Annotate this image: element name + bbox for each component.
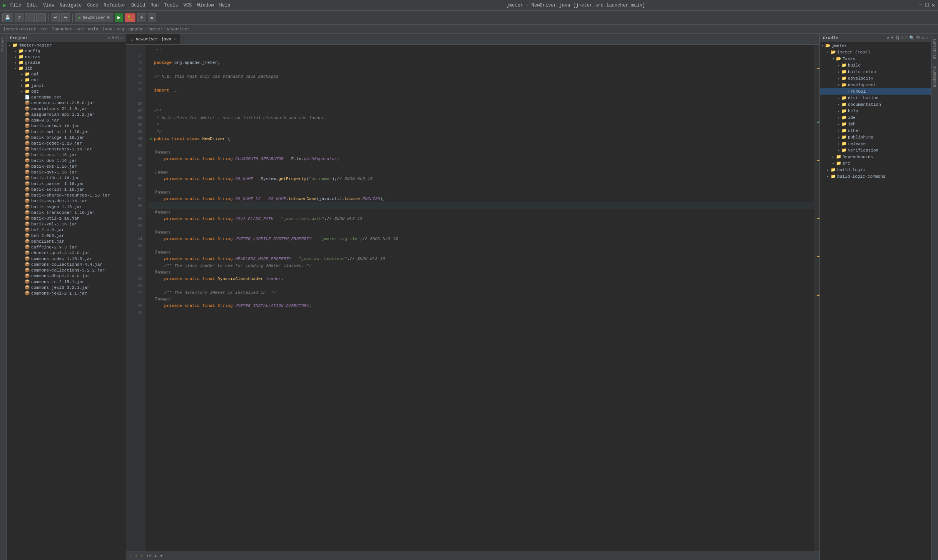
- run-btn[interactable]: ▶: [115, 13, 123, 22]
- tree-item-batik-svg-dom-1.16.jar[interactable]: 📦batik-svg-dom-1.16.jar: [7, 198, 126, 204]
- up-arrow-btn[interactable]: ▲: [154, 554, 157, 558]
- gradle-arrow-development[interactable]: ▾: [836, 83, 841, 87]
- sync-btn[interactable]: ↺: [15, 13, 23, 22]
- tree-item-accessors-smart-2.5.0.jar[interactable]: 📦accessors-smart-2.5.0.jar: [7, 100, 126, 106]
- tree-item-commons-io-2.15.1.jar[interactable]: 📦commons-io-2.15.1.jar: [7, 279, 126, 285]
- gradle-tree[interactable]: ▾📂jmeter▾📂jmeter (root)▾📂Tasks▸📁build▸📁b…: [820, 42, 931, 560]
- gradle-arrow-help[interactable]: ▸: [836, 109, 841, 113]
- debug-btn[interactable]: 🐛: [125, 13, 135, 22]
- tree-item-batik-anim-1.16.jar[interactable]: 📦batik-anim-1.16.jar: [7, 123, 126, 129]
- tree-item-commons-collections4-4.4.jar[interactable]: 📦commons-collections4-4.4.jar: [7, 262, 126, 267]
- window-controls[interactable]: ─ □ ✕: [919, 2, 935, 8]
- tree-arrow-junit[interactable]: ▸: [19, 83, 25, 88]
- minimize-btn[interactable]: ─: [919, 2, 922, 8]
- tree-item-commons-dbcp2-2.9.0.jar[interactable]: 📦commons-dbcp2-2.9.0.jar: [7, 273, 126, 279]
- tree-item-batik-codec-1.16.jar[interactable]: 📦batik-codec-1.16.jar: [7, 140, 126, 146]
- gradle-add-icon[interactable]: +: [891, 35, 894, 40]
- tree-arrow-gradle[interactable]: ▸: [13, 60, 18, 65]
- gradle-arrow-verification[interactable]: ▸: [836, 148, 841, 153]
- gradle-arrow-dependencies[interactable]: ▸: [831, 155, 836, 159]
- tree-item-checker-qual-3.42.0.jar[interactable]: 📦checker-qual-3.42.0.jar: [7, 250, 126, 256]
- menu-item-code[interactable]: Code: [85, 2, 100, 9]
- menu-item-view[interactable]: View: [41, 2, 57, 9]
- gradle-item-runGui[interactable]: ⚡runGui: [820, 88, 931, 95]
- gradle-arrow-build-setup[interactable]: ▸: [836, 70, 841, 74]
- menu-item-edit[interactable]: Edit: [24, 2, 40, 9]
- breadcrumb-item-0[interactable]: jmeter-master: [3, 27, 36, 32]
- tab-close-btn[interactable]: ✕: [174, 37, 176, 42]
- gradle-item-build-logic[interactable]: ▸📁build-logic: [820, 167, 931, 173]
- gradle-arrow-ide[interactable]: ▸: [836, 115, 841, 120]
- gradle-item-ide[interactable]: ▸📁ide: [820, 114, 931, 121]
- tree-item-aareadme.txt[interactable]: 📄aareadme.txt: [7, 94, 126, 100]
- tree-item-jmeter-master[interactable]: ▾📁jmeter-master: [7, 42, 126, 48]
- project-panel-icons[interactable]: ⚙ ≡ ⊟ ⋯: [108, 35, 123, 40]
- gradle-arrow-build-logic[interactable]: ▸: [825, 168, 831, 172]
- menu-item-tools[interactable]: Tools: [162, 2, 181, 9]
- gradle-arrow-build-logic-commons[interactable]: ▸: [825, 174, 831, 179]
- tree-item-caffeine-2.9.3.jar[interactable]: 📦caffeine-2.9.3.jar: [7, 244, 126, 250]
- tree-item-commons-jexl3-3.2.1.jar[interactable]: 📦commons-jexl3-3.2.1.jar: [7, 285, 126, 290]
- tree-item-opt[interactable]: ▸📁opt: [7, 88, 126, 94]
- tree-item-commons-jexl-2.1.1.jar[interactable]: 📦commons-jexl-2.1.1.jar: [7, 290, 126, 296]
- gradle-item-build-logic-commons[interactable]: ▸📁build-logic-commons: [820, 173, 931, 180]
- gradle-arrow-documentation[interactable]: ▸: [836, 102, 841, 107]
- stop-btn[interactable]: ■: [148, 13, 156, 22]
- gradle-item-src[interactable]: ▸📁src: [820, 160, 931, 167]
- run-config-dropdown[interactable]: ▶ NewDriver ▼: [75, 13, 113, 22]
- gradle-arrow-tasks[interactable]: ▾: [831, 57, 836, 61]
- code-content[interactable]: ...package org.apache.jmeter;// N.B. thi…: [145, 45, 814, 552]
- menu-item-vcs[interactable]: VCS: [181, 2, 194, 9]
- back-btn[interactable]: ←: [25, 13, 35, 22]
- tree-item-bshclient.jar[interactable]: 📦bshclient.jar: [7, 238, 126, 244]
- gradle-arrow-jmh[interactable]: ▸: [836, 122, 841, 127]
- gradle-item-develocity[interactable]: ▸📁develocity: [820, 75, 931, 82]
- tree-arrow-config[interactable]: ▸: [13, 49, 18, 53]
- gradle-item-distribution[interactable]: ▸📁distribution: [820, 95, 931, 101]
- gradle-more-icon[interactable]: ⋯: [925, 35, 928, 40]
- gradle-arrow-distribution[interactable]: ▸: [836, 96, 841, 100]
- breadcrumb-item-2[interactable]: launcher: [52, 27, 72, 32]
- tree-item-bsf-2.4.0.jar[interactable]: 📦bsf-2.4.0.jar: [7, 227, 126, 233]
- breadcrumb-item-3[interactable]: src: [76, 27, 84, 32]
- tree-item-lib[interactable]: ▾📁lib: [7, 65, 126, 71]
- gradle-link-icon[interactable]: ⛓: [895, 35, 900, 40]
- gradle-arrow-develocity[interactable]: ▸: [836, 76, 841, 81]
- tree-item-junit[interactable]: ▸📁junit: [7, 83, 126, 88]
- tree-item-batik-transcoder-1.16.jar[interactable]: 📦batik-transcoder-1.16.jar: [7, 210, 126, 215]
- gradle-arrow-jmeter-root[interactable]: ▾: [820, 43, 825, 48]
- gradle-item-jmeter-root[interactable]: ▾📂jmeter: [820, 42, 931, 49]
- gradle-search-icon[interactable]: 🔍: [909, 35, 915, 40]
- tree-item-batik-svgen-1.16.jar[interactable]: 📦batik-svgen-1.16.jar: [7, 204, 126, 210]
- tree-item-batik-util-1.16.jar[interactable]: 📦batik-util-1.16.jar: [7, 215, 126, 221]
- tree-item-batik-dom-1.16.jar[interactable]: 📦batik-dom-1.16.jar: [7, 158, 126, 163]
- menu-item-refactor[interactable]: Refactor: [101, 2, 128, 9]
- tree-item-batik-gvt-1.16.jar[interactable]: 📦batik-gvt-1.16.jar: [7, 169, 126, 175]
- gradle-header-icons[interactable]: ↺ + ⛓ ⊞ ⊟ 🔍 ☰ ⚙ ⋯: [887, 35, 928, 40]
- maximize-btn[interactable]: □: [925, 2, 928, 8]
- save-btn[interactable]: 💾: [2, 13, 13, 22]
- tree-arrow-opt[interactable]: ▸: [19, 89, 25, 94]
- gradle-arrow-other[interactable]: ▸: [836, 128, 841, 133]
- menu-item-help[interactable]: Help: [217, 2, 232, 9]
- right-gutter[interactable]: [814, 45, 819, 552]
- menu-item-file[interactable]: File: [8, 2, 23, 9]
- tree-item-batik-ext-1.16.jar[interactable]: 📦batik-ext-1.16.jar: [7, 163, 126, 169]
- tree-item-commons-codec-1.16.0.jar[interactable]: 📦commons-codec-1.16.0.jar: [7, 256, 126, 262]
- gradle-collapse-icon[interactable]: ⊟: [905, 35, 908, 40]
- menu-item-run[interactable]: Run: [148, 2, 161, 9]
- tree-item-bsh-2.0b6.jar[interactable]: 📦bsh-2.0b6.jar: [7, 233, 126, 238]
- sort-icon[interactable]: ≡: [112, 35, 115, 40]
- gradle-settings-icon[interactable]: ⚙: [921, 35, 924, 40]
- tree-item-batik-css-1.16.jar[interactable]: 📦batik-css-1.16.jar: [7, 152, 126, 158]
- gradle-item-verification[interactable]: ▸📁verification: [820, 147, 931, 153]
- tree-item-extras[interactable]: ▸📁extras: [7, 54, 126, 60]
- gradle-item-dependencies[interactable]: ▸📁Dependencies: [820, 153, 931, 160]
- breadcrumb-item-1[interactable]: src: [40, 27, 48, 32]
- collapse-icon[interactable]: ⊟: [116, 35, 119, 40]
- bookmarks-tab-btn[interactable]: Bookmarks: [932, 63, 937, 90]
- gradle-item-publishing[interactable]: ▸📁publishing: [820, 134, 931, 140]
- breadcrumb-item-8[interactable]: jmeter: [147, 27, 163, 32]
- tree-item-batik-constants-1.16.jar[interactable]: 📦batik-constants-1.16.jar: [7, 146, 126, 152]
- tree-item-api[interactable]: ▸📁api: [7, 71, 126, 77]
